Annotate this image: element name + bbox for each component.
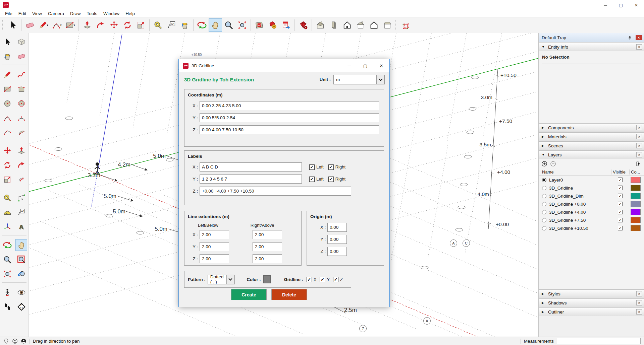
pattern-select[interactable]: Dotted ( . ) [208, 275, 235, 284]
polygon-tool-button[interactable] [15, 97, 27, 109]
line-tool-button[interactable]: ▾ [37, 18, 50, 32]
origin-z-input[interactable] [327, 247, 347, 256]
layer-visible-checkbox[interactable] [618, 218, 623, 222]
layer-color-swatch[interactable] [631, 177, 641, 183]
menu-tools[interactable]: Tools [84, 11, 101, 16]
layer-color-swatch[interactable] [631, 209, 641, 215]
section-plane-tool-button[interactable] [15, 301, 27, 313]
layer-visible-checkbox[interactable] [618, 202, 623, 206]
panel-header-styles[interactable]: ▶ Styles × [539, 289, 644, 298]
panel-header-components[interactable]: ▶ Components × [539, 123, 644, 132]
3d-gridline-tool-button[interactable] [399, 18, 413, 32]
position-camera-tool-button[interactable] [1, 286, 13, 298]
gridline-y-checkbox[interactable] [320, 277, 325, 282]
gridline-z-checkbox[interactable] [333, 277, 338, 282]
layer-row[interactable]: Layer0 [539, 176, 644, 184]
pan-tool-button[interactable] [15, 239, 27, 251]
rectangle-dropdown-arrow-icon[interactable]: ▾ [73, 23, 75, 27]
paint-bucket-tool-button[interactable] [1, 50, 13, 62]
origin-y-input[interactable] [327, 235, 347, 244]
layer-active-radio[interactable] [542, 194, 546, 198]
panel-close-icon[interactable]: × [636, 125, 642, 130]
select-tool-button[interactable] [1, 36, 13, 48]
menu-file[interactable]: File [2, 11, 15, 16]
chevron-down-icon[interactable]: ▼ [542, 45, 548, 49]
eraser-tool-button[interactable] [23, 18, 37, 32]
chevron-down-icon[interactable] [226, 275, 234, 284]
panel-header-materials[interactable]: ▶ Materials × [539, 132, 644, 141]
push-pull-tool-button[interactable] [80, 18, 94, 32]
claim-credit-icon[interactable] [21, 338, 26, 344]
zoom-window-tool-button[interactable] [15, 254, 27, 265]
dialog-close-button[interactable]: ✕ [373, 59, 389, 72]
rotated-rectangle-tool-button[interactable] [15, 83, 27, 95]
layer-color-swatch[interactable] [631, 201, 641, 207]
menu-edit[interactable]: Edit [15, 11, 29, 16]
layer-row[interactable]: 3D_Gridline [539, 184, 644, 192]
chevron-right-icon[interactable]: ▶ [542, 292, 548, 295]
panel-header-entity-info[interactable]: ▼ Entity Info × [539, 43, 644, 51]
panel-close-icon[interactable]: × [636, 143, 642, 148]
move-tool-button[interactable] [107, 18, 121, 32]
view-left-tool-button[interactable] [367, 18, 381, 32]
panel-close-icon[interactable]: × [636, 291, 642, 296]
create-button[interactable]: Create [231, 289, 267, 300]
view-iso-tool-button[interactable] [314, 18, 327, 32]
layer-row[interactable]: 3D_Gridline +7.50 [539, 216, 644, 224]
extension-c-tool-button[interactable] [279, 18, 293, 32]
layer-active-radio[interactable] [542, 186, 546, 190]
panel-close-icon[interactable]: × [636, 152, 642, 157]
coord-y-input[interactable] [200, 113, 379, 122]
walk-tool-button[interactable] [1, 301, 13, 313]
tape-measure-tool-button[interactable] [151, 18, 165, 32]
two-point-arc-tool-button[interactable] [15, 112, 27, 124]
view-back-tool-button[interactable] [327, 18, 340, 32]
layer-active-radio[interactable] [542, 178, 546, 182]
menu-help[interactable]: Help [122, 11, 138, 16]
panel-close-icon[interactable]: × [636, 300, 642, 305]
panel-close-icon[interactable]: × [636, 309, 642, 315]
arc-tool-button[interactable] [1, 112, 13, 124]
text-tool-button[interactable] [165, 18, 178, 32]
pan-tool-button[interactable] [209, 18, 222, 32]
dialog-minimize-button[interactable]: ─ [341, 59, 357, 72]
layer-visible-checkbox[interactable] [618, 226, 623, 230]
color-swatch[interactable] [263, 275, 270, 283]
layer-details-icon[interactable] [635, 161, 641, 167]
add-layer-icon[interactable] [541, 161, 547, 167]
layer-row[interactable]: 3D_Gridline +10.50 [539, 224, 644, 232]
zoom-tool-button[interactable] [1, 254, 13, 265]
geolocation-icon[interactable] [3, 338, 9, 344]
origin-x-input[interactable] [327, 223, 347, 232]
gridline-x-checkbox[interactable] [307, 277, 312, 282]
layer-visible-checkbox[interactable] [618, 186, 623, 190]
rectangle-tool-button[interactable]: ▾ [63, 18, 77, 32]
layer-color-swatch[interactable] [631, 185, 641, 191]
measurements-input[interactable] [557, 338, 641, 344]
freehand-tool-button[interactable] [15, 69, 27, 80]
move-tool-button[interactable] [1, 145, 13, 156]
chevron-right-icon[interactable]: ▶ [542, 126, 548, 129]
follow-me-tool-button[interactable] [94, 18, 107, 32]
rectangle-tool-button[interactable] [1, 83, 13, 95]
zoom-extents-tool-button[interactable] [1, 268, 13, 280]
tray-close-button[interactable]: × [636, 35, 642, 40]
scale-tool-button[interactable] [134, 18, 148, 32]
chevron-right-icon[interactable]: ▶ [542, 144, 548, 147]
zoom-tool-button[interactable] [222, 18, 235, 32]
extension-a-tool-button[interactable] [253, 18, 266, 32]
ext-x-left-input[interactable] [200, 230, 229, 239]
push-pull-tool-button[interactable] [15, 145, 27, 156]
panel-header-scenes[interactable]: ▶ Scenes × [539, 141, 644, 150]
delete-button[interactable]: Delete [271, 289, 307, 300]
pie-tool-button[interactable] [15, 126, 27, 138]
layer-row[interactable]: 3D_Gridline +4.00 [539, 208, 644, 216]
line-tool-button[interactable] [1, 69, 13, 80]
panel-header-shadows[interactable]: ▶ Shadows × [539, 298, 644, 307]
labels-x-left-checkbox[interactable] [309, 164, 315, 170]
unit-select[interactable]: m [333, 75, 385, 84]
chevron-down-icon[interactable] [376, 75, 384, 84]
offset-tool-button[interactable] [15, 174, 27, 185]
chevron-right-icon[interactable]: ▶ [542, 310, 548, 314]
column-color[interactable]: Co... [629, 169, 644, 175]
